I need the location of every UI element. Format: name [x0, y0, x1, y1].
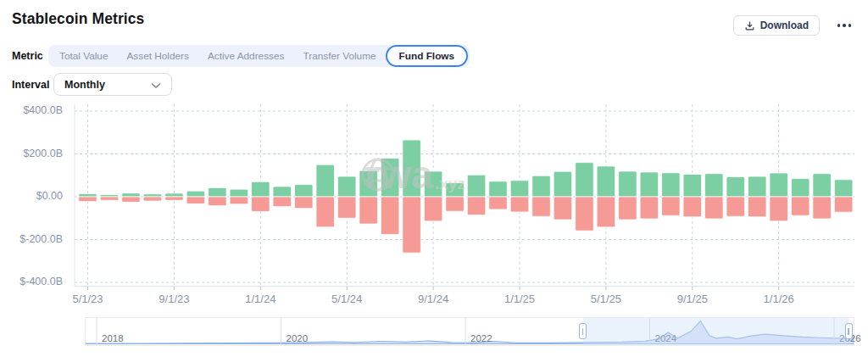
- tab-asset-holders[interactable]: Asset Holders: [118, 45, 198, 67]
- x-tick-label: 5/1/23: [53, 293, 124, 305]
- bar-inflow: [489, 181, 508, 197]
- interval-select[interactable]: Monthly: [53, 73, 172, 96]
- bar-outflow: [489, 197, 508, 209]
- y-tick-label: $200.0B: [0, 148, 63, 159]
- metric-label: Metric: [12, 50, 43, 62]
- bar-outflow: [446, 197, 465, 211]
- x-tick-label: 5/1/24: [311, 293, 382, 305]
- bar-inflow: [662, 173, 681, 197]
- y-tick-label: $-400.0B: [0, 276, 63, 287]
- bar-outflow: [381, 197, 399, 234]
- timeline-right-handle[interactable]: [845, 323, 853, 339]
- interval-value: Monthly: [64, 79, 105, 91]
- interval-label: Interval: [12, 79, 49, 91]
- bar-inflow: [683, 174, 702, 197]
- x-tick-label: 9/1/24: [398, 293, 469, 305]
- bar-outflow: [252, 197, 270, 211]
- bar-outflow: [554, 197, 572, 220]
- bar-outflow: [834, 197, 853, 212]
- bar-outflow: [230, 197, 248, 204]
- timeline-selection-range[interactable]: [583, 318, 849, 345]
- bar-inflow: [186, 191, 205, 197]
- bar-outflow: [813, 197, 832, 219]
- y-tick-label: $-200.0B: [0, 233, 63, 245]
- fund-flows-chart: $400.0B$200.0B$0.00$-200.0B$-400.0B 5/1/…: [0, 100, 868, 312]
- bar-inflow: [209, 187, 227, 197]
- tab-active-addresses[interactable]: Active Addresses: [198, 45, 294, 67]
- bar-inflow: [834, 180, 853, 197]
- bar-inflow: [446, 183, 465, 197]
- bar-inflow: [532, 176, 551, 197]
- bar-inflow: [791, 179, 810, 197]
- bar-inflow: [359, 170, 378, 197]
- bar-inflow: [230, 189, 248, 197]
- bar-inflow: [252, 181, 270, 197]
- tab-total-value[interactable]: Total Value: [50, 45, 118, 67]
- bar-outflow: [640, 197, 659, 219]
- bar-outflow: [273, 197, 292, 207]
- bar-inflow: [295, 185, 314, 197]
- chart-plot-area: [0, 100, 868, 312]
- bar-outflow: [726, 197, 745, 216]
- bar-outflow: [791, 197, 810, 215]
- timeline-year-label: 2022: [470, 333, 492, 343]
- bar-outflow: [186, 197, 205, 204]
- x-tick-label: 1/1/24: [225, 293, 296, 305]
- x-tick-label: 1/1/25: [484, 293, 555, 305]
- y-tick-label: $0.00: [0, 190, 63, 202]
- bar-inflow: [576, 163, 594, 197]
- bar-outflow: [597, 197, 615, 227]
- bar-inflow: [381, 159, 399, 197]
- x-tick-label: 1/1/26: [743, 293, 815, 305]
- bar-outflow: [619, 197, 637, 220]
- bar-outflow: [467, 197, 486, 215]
- bar-inflow: [726, 177, 745, 197]
- bar-outflow: [683, 197, 702, 217]
- download-label: Download: [760, 20, 809, 31]
- bar-outflow: [532, 197, 551, 216]
- bar-outflow: [143, 197, 162, 201]
- bar-outflow: [403, 197, 421, 253]
- more-options-button[interactable]: [834, 19, 854, 32]
- bar-outflow: [100, 197, 119, 200]
- timeline-year-label: 2020: [287, 333, 309, 343]
- bar-outflow: [337, 197, 356, 218]
- bar-outflow: [770, 197, 788, 221]
- bar-outflow: [424, 197, 442, 221]
- download-button[interactable]: Download: [733, 15, 820, 36]
- bar-inflow: [122, 193, 141, 197]
- bar-inflow: [705, 174, 724, 197]
- tab-fund-flows[interactable]: Fund Flows: [386, 45, 469, 67]
- tab-transfer-volume[interactable]: Transfer Volume: [293, 45, 385, 67]
- bar-inflow: [619, 171, 637, 197]
- bar-inflow: [337, 176, 356, 197]
- bar-outflow: [295, 197, 314, 209]
- bar-outflow: [165, 197, 184, 200]
- y-tick-label: $400.0B: [0, 104, 63, 116]
- bar-inflow: [403, 140, 421, 197]
- bar-inflow: [748, 176, 766, 197]
- bar-outflow: [122, 197, 141, 202]
- bar-inflow: [813, 174, 832, 197]
- timeline-left-handle[interactable]: [579, 323, 587, 339]
- metric-tab-bar: Total ValueAsset HoldersActive Addresses…: [48, 45, 470, 67]
- bar-outflow: [662, 197, 681, 215]
- bar-inflow: [424, 171, 442, 197]
- bar-inflow: [510, 181, 529, 197]
- x-tick-label: 9/1/25: [657, 293, 728, 305]
- bar-outflow: [359, 197, 378, 224]
- bar-outflow: [79, 197, 97, 202]
- bar-inflow: [79, 193, 97, 197]
- bar-inflow: [640, 172, 659, 197]
- timeline-brush[interactable]: 20182020202220242026: [85, 317, 854, 346]
- more-horizontal-icon: [837, 24, 852, 27]
- bar-inflow: [273, 187, 292, 197]
- timeline-year-label: 2018: [102, 333, 124, 343]
- download-icon: [744, 20, 755, 31]
- x-tick-label: 5/1/25: [570, 293, 642, 305]
- bar-inflow: [770, 173, 788, 197]
- bar-outflow: [748, 197, 766, 217]
- bar-outflow: [705, 197, 724, 219]
- x-tick-label: 9/1/23: [138, 293, 209, 305]
- bar-inflow: [597, 166, 615, 197]
